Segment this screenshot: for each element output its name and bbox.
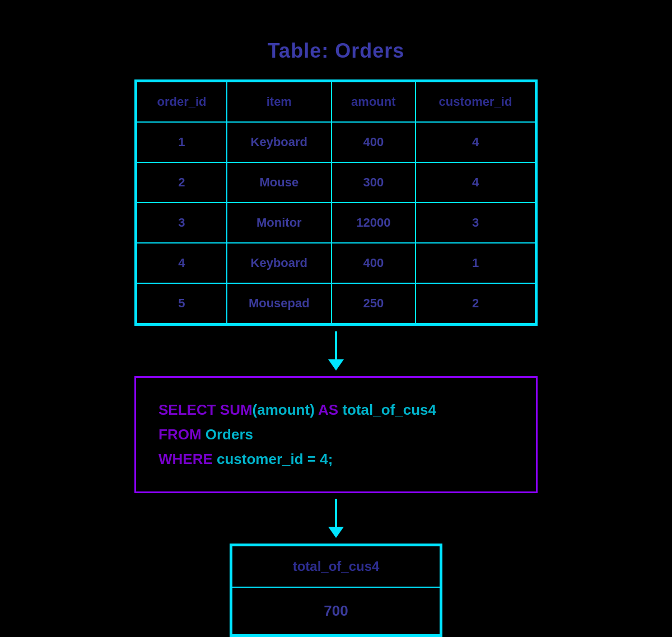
cell-amount-1: 300 [332,162,416,203]
cell-item-2: Monitor [227,203,332,243]
sql-line-1: SELECT SUM(amount) AS total_of_cus4 [158,397,514,422]
sql-box: SELECT SUM(amount) AS total_of_cus4 FROM… [134,376,538,493]
arrow-head-1 [328,359,344,371]
page-container: Table: Orders order_id item amount custo… [0,17,672,637]
page-title: Table: Orders [268,39,404,63]
sql-condition: customer_id = 4; [217,451,333,467]
cell-order_id-3: 4 [137,243,227,283]
cell-item-1: Mouse [227,162,332,203]
cell-customer_id-1: 4 [416,162,535,203]
table-row: 5Mousepad2502 [137,283,535,324]
table-row: 2Mouse3004 [137,162,535,203]
cell-order_id-4: 5 [137,283,227,324]
orders-table-wrapper: order_id item amount customer_id 1Keyboa… [134,79,538,326]
arrow-down-2 [328,499,344,538]
table-header-row: order_id item amount customer_id [137,82,535,122]
col-order-id: order_id [137,82,227,122]
orders-table: order_id item amount customer_id 1Keyboa… [136,81,536,324]
sql-as-keyword: AS [315,401,343,418]
cell-amount-2: 12000 [332,203,416,243]
col-amount: amount [332,82,416,122]
table-row: 1Keyboard4004 [137,122,535,162]
result-data-row: 700 [232,587,440,635]
table-row: 3Monitor120003 [137,203,535,243]
arrow-down-1 [328,331,344,371]
sql-alias: total_of_cus4 [342,401,436,418]
cell-order_id-1: 2 [137,162,227,203]
cell-item-4: Mousepad [227,283,332,324]
sql-paren-close: ) [310,401,315,418]
cell-order_id-0: 1 [137,122,227,162]
sql-where-keyword: WHERE [158,451,217,467]
sql-line-2: FROM Orders [158,422,514,447]
cell-order_id-2: 3 [137,203,227,243]
cell-amount-4: 250 [332,283,416,324]
arrow-line-2 [335,499,337,527]
cell-amount-0: 400 [332,122,416,162]
arrow-head-2 [328,527,344,538]
result-value: 700 [232,587,440,635]
result-col-header: total_of_cus4 [232,546,440,587]
cell-item-0: Keyboard [227,122,332,162]
col-item: item [227,82,332,122]
cell-customer_id-4: 2 [416,283,535,324]
result-header-row: total_of_cus4 [232,546,440,587]
result-table-wrapper: total_of_cus4 700 [230,544,442,637]
cell-amount-3: 400 [332,243,416,283]
sql-sum-func: SUM [220,401,253,418]
result-table: total_of_cus4 700 [231,545,441,635]
sql-amount-col: amount [257,401,310,418]
col-customer-id: customer_id [416,82,535,122]
cell-customer_id-0: 4 [416,122,535,162]
cell-customer_id-2: 3 [416,203,535,243]
sql-table-name: Orders [206,426,253,443]
sql-paren-open: ( [253,401,258,418]
sql-select-keyword: SELECT [158,401,220,418]
arrow-line-1 [335,331,337,359]
sql-from-keyword: FROM [158,426,206,443]
cell-customer_id-3: 1 [416,243,535,283]
cell-item-3: Keyboard [227,243,332,283]
table-row: 4Keyboard4001 [137,243,535,283]
sql-line-3: WHERE customer_id = 4; [158,447,514,471]
